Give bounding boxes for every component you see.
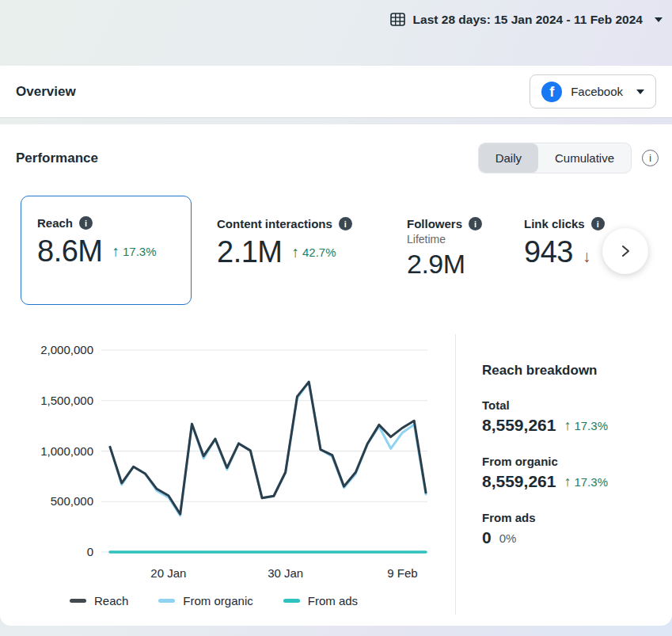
legend-item-from-ads: From ads xyxy=(283,594,358,607)
metric-value: 943 xyxy=(524,235,573,269)
date-range-label: Last 28 days: 15 Jan 2024 - 11 Feb 2024 xyxy=(413,13,643,27)
metric-label: Reach xyxy=(37,216,73,230)
chevron-right-icon xyxy=(618,244,632,258)
section-title: Performance xyxy=(16,150,98,166)
x-axis-labels: 20 Jan30 Jan9 Feb xyxy=(101,559,455,583)
metric-delta-value: 17.3% xyxy=(123,245,157,258)
arrow-up-icon: ↑ xyxy=(112,244,120,259)
breakdown-delta-value: 17.3% xyxy=(574,419,608,432)
x-axis-tick-label: 20 Jan xyxy=(150,566,186,580)
performance-header: Performance Daily Cumulative i xyxy=(0,143,672,173)
legend-label: From organic xyxy=(183,594,252,607)
breakdown-delta: ↑ 17.3% xyxy=(564,418,608,432)
x-axis-tick-label: 9 Feb xyxy=(387,566,417,580)
performance-panel: Performance Daily Cumulative i Reach i 8… xyxy=(0,124,672,626)
breakdown-delta: ↑ 17.3% xyxy=(564,474,608,489)
legend-marker-icon xyxy=(70,599,86,603)
overview-header: Overview f Facebook xyxy=(0,66,672,117)
breakdown-value: 0 xyxy=(482,528,492,547)
facebook-logo-icon: f xyxy=(541,82,562,102)
carousel-next-button[interactable] xyxy=(602,228,648,274)
chart-legend: ReachFrom organicFrom ads xyxy=(70,594,455,607)
legend-marker-icon xyxy=(283,599,300,603)
tab-cumulative[interactable]: Cumulative xyxy=(538,143,631,173)
breakdown-row-total: Total 8,559,261 ↑ 17.3% xyxy=(482,398,672,435)
metric-value: 2.9M xyxy=(407,249,465,280)
info-icon[interactable]: i xyxy=(591,217,605,230)
info-icon[interactable]: i xyxy=(339,217,352,230)
caret-down-icon xyxy=(655,17,663,22)
breakdown-row-ads: From ads 0 0% xyxy=(482,511,672,547)
legend-item-reach: Reach xyxy=(70,594,128,607)
chart-section: 2,000,0001,500,0001,000,000500,0000 20 J… xyxy=(0,334,672,615)
reach-chart: 2,000,0001,500,0001,000,000500,0000 20 J… xyxy=(16,334,455,615)
calendar-grid-icon xyxy=(389,11,406,28)
info-icon[interactable]: i xyxy=(642,150,659,166)
arrow-up-icon: ↑ xyxy=(564,418,571,432)
y-axis-labels: 2,000,0001,500,0001,000,000500,0000 xyxy=(16,345,93,559)
channel-selector-button[interactable]: f Facebook xyxy=(530,74,656,109)
chart-plot[interactable] xyxy=(101,345,427,559)
metric-sublabel: Lifetime xyxy=(407,233,524,246)
arrow-down-icon: ↓ xyxy=(583,247,591,266)
metric-delta: ↑ 42.7% xyxy=(291,245,336,260)
reach-breakdown-panel: Reach breakdown Total 8,559,261 ↑ 17.3% … xyxy=(455,334,672,615)
metric-card-reach[interactable]: Reach i 8.6M ↑ 17.3% xyxy=(21,196,192,305)
breakdown-label: From organic xyxy=(482,455,672,468)
legend-label: Reach xyxy=(94,594,128,607)
arrow-up-icon: ↑ xyxy=(291,245,299,260)
metric-card-content-interactions[interactable]: Content interactions i 2.1M ↑ 42.7% xyxy=(217,196,407,305)
metric-label: Followers xyxy=(407,217,462,230)
legend-marker-icon xyxy=(158,599,175,603)
legend-item-from-organic: From organic xyxy=(158,594,252,607)
x-axis-tick-label: 30 Jan xyxy=(268,566,303,580)
series-line-from-organic xyxy=(110,382,426,516)
metric-delta-value: 42.7% xyxy=(302,246,336,259)
breakdown-label: Total xyxy=(482,398,672,412)
breakdown-delta-value: 17.3% xyxy=(574,475,608,489)
top-bar: Last 28 days: 15 Jan 2024 - 11 Feb 2024 xyxy=(0,0,672,66)
metric-cards-row: Reach i 8.6M ↑ 17.3% Content interaction… xyxy=(0,196,672,305)
y-axis-tick-label: 2,000,000 xyxy=(40,342,93,358)
breakdown-value: 8,559,261 xyxy=(482,472,556,491)
legend-label: From ads xyxy=(308,594,358,607)
breakdown-label: From ads xyxy=(482,511,672,524)
y-axis-tick-label: 500,000 xyxy=(51,493,93,509)
info-icon[interactable]: i xyxy=(79,216,93,230)
y-axis-tick-label: 0 xyxy=(87,544,93,560)
arrow-up-icon: ↑ xyxy=(564,474,571,489)
channel-selector-label: Facebook xyxy=(571,85,623,98)
metric-delta: ↑ 17.3% xyxy=(112,244,156,259)
tab-daily[interactable]: Daily xyxy=(479,143,538,173)
metric-label: Content interactions xyxy=(217,217,332,230)
series-line-reach xyxy=(110,382,426,514)
metric-value: 2.1M xyxy=(217,235,282,269)
breakdown-row-organic: From organic 8,559,261 ↑ 17.3% xyxy=(482,455,672,491)
caret-down-icon xyxy=(636,89,644,94)
breakdown-delta-value: 0% xyxy=(499,531,517,545)
metric-value: 8.6M xyxy=(37,234,102,268)
metric-label: Link clicks xyxy=(524,217,585,230)
y-axis-tick-label: 1,500,000 xyxy=(40,393,93,409)
info-icon[interactable]: i xyxy=(469,217,482,230)
y-axis-tick-label: 1,000,000 xyxy=(40,444,93,459)
metric-card-followers[interactable]: Followers i Lifetime 2.9M xyxy=(407,196,524,305)
breakdown-delta: 0% xyxy=(499,531,517,545)
page-title: Overview xyxy=(16,84,76,100)
reach-chart-svg xyxy=(101,345,427,559)
daily-cumulative-toggle: Daily Cumulative xyxy=(478,143,632,173)
breakdown-title: Reach breakdown xyxy=(482,363,672,379)
breakdown-value: 8,559,261 xyxy=(482,416,556,435)
date-range-selector[interactable]: Last 28 days: 15 Jan 2024 - 11 Feb 2024 xyxy=(389,11,663,28)
